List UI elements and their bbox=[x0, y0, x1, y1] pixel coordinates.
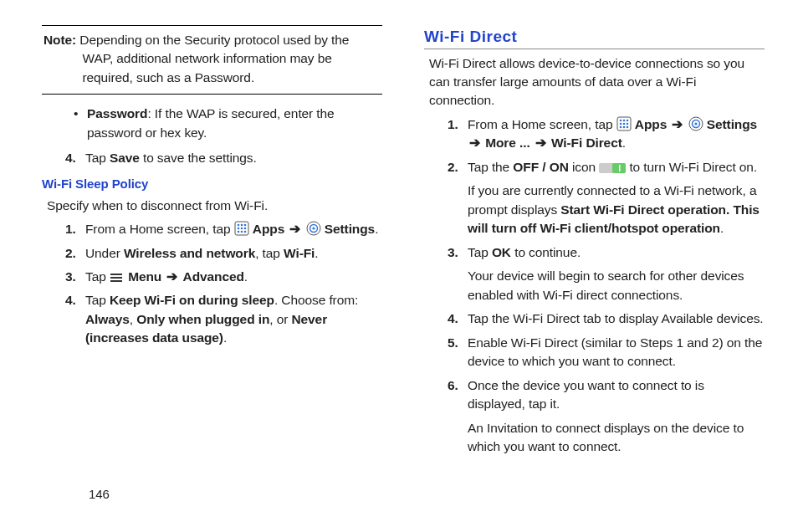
svg-point-20 bbox=[619, 123, 622, 125]
menu-icon bbox=[110, 272, 125, 284]
sleep-step-3: 3. Tap Menu ➔ Advanced. bbox=[65, 268, 382, 286]
sleep-step-1: 1. From a Home screen, tap Apps ➔ Settin… bbox=[65, 220, 382, 238]
svg-point-6 bbox=[243, 228, 246, 230]
svg-rect-15 bbox=[110, 280, 122, 282]
sleep-policy-heading: Wi-Fi Sleep Policy bbox=[42, 175, 382, 193]
svg-rect-13 bbox=[110, 274, 122, 275]
toggle-icon bbox=[599, 162, 626, 174]
svg-point-2 bbox=[240, 224, 243, 227]
manual-page: Note: Depending on the Security protocol… bbox=[0, 0, 798, 510]
sleep-steps: 1. From a Home screen, tap Apps ➔ Settin… bbox=[42, 220, 382, 348]
step-4-save: 4. Tap Save to save the settings. bbox=[65, 149, 382, 167]
sleep-step-4: 4. Tap Keep Wi-Fi on during sleep. Choos… bbox=[65, 291, 382, 347]
svg-point-18 bbox=[622, 120, 625, 122]
wfd-step-5: 5. Enable Wi-Fi Direct (similar to Steps… bbox=[448, 334, 765, 371]
svg-point-19 bbox=[626, 120, 628, 122]
settings-icon bbox=[306, 221, 321, 236]
svg-rect-14 bbox=[110, 277, 122, 279]
wifi-direct-intro: Wi-Fi Direct allows device-to-device con… bbox=[429, 54, 760, 110]
svg-point-3 bbox=[243, 224, 246, 227]
note-text: Depending on the Security protocol used … bbox=[79, 33, 349, 84]
wfd-step-2: 2. Tap the OFF / ON icon to turn Wi-Fi D… bbox=[448, 158, 765, 238]
upper-step-list: 4. Tap Save to save the settings. bbox=[42, 149, 382, 167]
wifi-direct-steps: 1. From a Home screen, tap Apps ➔ Settin… bbox=[424, 115, 765, 457]
apps-icon bbox=[616, 116, 632, 131]
wfd-step-3: 3. Tap OK to continue. Your device will … bbox=[448, 243, 765, 304]
left-column: Note: Depending on the Security protocol… bbox=[42, 25, 382, 494]
svg-point-12 bbox=[312, 227, 315, 229]
svg-point-9 bbox=[243, 231, 246, 233]
page-number: 146 bbox=[89, 487, 110, 501]
note-label: Note: bbox=[43, 33, 76, 47]
svg-point-25 bbox=[626, 126, 628, 129]
svg-point-7 bbox=[237, 231, 239, 233]
svg-point-1 bbox=[237, 224, 239, 227]
note-block: Note: Depending on the Security protocol… bbox=[42, 25, 382, 95]
password-label: Password bbox=[87, 106, 147, 120]
svg-point-28 bbox=[694, 122, 697, 125]
wfd-step-4: 4. Tap the Wi-Fi Direct tab to display A… bbox=[448, 309, 765, 328]
settings-icon bbox=[688, 116, 703, 131]
wfd-step-1: 1. From a Home screen, tap Apps ➔ Settin… bbox=[448, 115, 765, 153]
svg-point-4 bbox=[237, 228, 239, 230]
right-column: Wi-Fi Direct Wi-Fi Direct allows device-… bbox=[424, 25, 765, 494]
svg-point-24 bbox=[622, 126, 625, 129]
svg-point-5 bbox=[240, 228, 243, 230]
apps-icon bbox=[234, 221, 249, 236]
wfd-step-6: 6. Once the device you want to connect t… bbox=[448, 376, 765, 457]
svg-point-22 bbox=[626, 123, 628, 125]
svg-point-21 bbox=[622, 123, 625, 125]
password-bullet: • Password: If the WAP is secured, enter… bbox=[74, 105, 382, 142]
wifi-direct-heading: Wi-Fi Direct bbox=[424, 25, 765, 49]
svg-point-8 bbox=[240, 231, 243, 233]
svg-rect-31 bbox=[619, 165, 621, 171]
svg-point-23 bbox=[619, 126, 622, 129]
svg-point-17 bbox=[619, 120, 622, 122]
bullet-icon: • bbox=[74, 105, 87, 142]
sleep-step-2: 2. Under Wireless and network, tap Wi-Fi… bbox=[65, 244, 382, 263]
sleep-policy-para: Specify when to disconnect from Wi-Fi. bbox=[47, 197, 377, 215]
